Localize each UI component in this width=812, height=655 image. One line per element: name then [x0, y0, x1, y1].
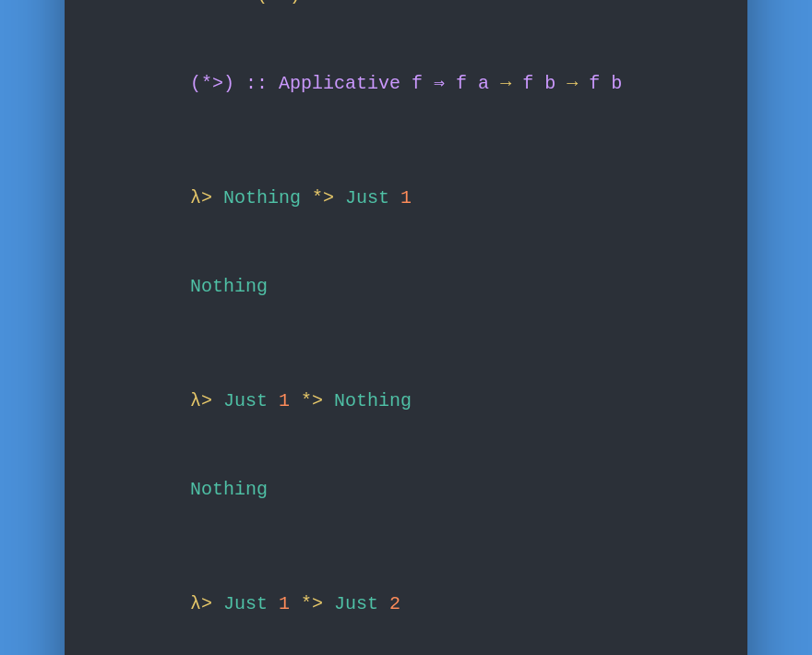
- type-signature: (*>) :: Applicative f: [190, 73, 434, 94]
- prompt-symbol-3: λ>: [190, 390, 212, 411]
- repl-output-3: Nothing: [102, 446, 710, 534]
- result-nothing-2: Nothing: [190, 479, 268, 500]
- operator-2: *>: [290, 390, 323, 411]
- result-nothing-1: Nothing: [190, 276, 268, 297]
- type-sig-cont: f a: [445, 73, 500, 94]
- just-1-keyword: Just: [334, 187, 400, 208]
- thin-arrow-1: →: [500, 73, 511, 94]
- prompt-symbol-2: λ>: [190, 187, 212, 208]
- terminal-window: λ> :t (*>) (*>) :: Applicative f ⇒ f a →…: [65, 0, 747, 655]
- operator-1: *>: [312, 187, 334, 208]
- just-keyword-4: Just: [323, 593, 389, 614]
- repl-input: λ> :t (*>): [102, 0, 710, 40]
- repl-block-just-nothing: λ> Just 1 *> Nothing Nothing: [102, 357, 710, 534]
- repl-input-2: λ> Nothing *> Just 1: [102, 154, 710, 243]
- number-1: 1: [400, 187, 412, 208]
- fat-arrow: ⇒: [434, 73, 445, 94]
- repl-output-4: Just 2: [102, 649, 710, 655]
- terminal-content: λ> :t (*>) (*>) :: Applicative f ⇒ f a →…: [65, 0, 747, 655]
- just-keyword-2: Just: [212, 390, 279, 411]
- number-3: 1: [279, 593, 290, 614]
- number-2: 1: [279, 390, 290, 411]
- repl-input-4: λ> Just 1 *> Just 2: [102, 560, 710, 649]
- nothing-keyword-2: Nothing: [323, 390, 412, 411]
- repl-block-just-just: λ> Just 1 *> Just 2 Just 2: [102, 560, 710, 655]
- prompt-symbol: λ>: [190, 0, 212, 6]
- nothing-keyword-1: Nothing: [212, 187, 312, 208]
- type-sig-cont3: f b: [578, 73, 622, 94]
- type-sig-cont2: f b: [511, 73, 567, 94]
- repl-output-2: Nothing: [102, 243, 710, 331]
- number-4: 2: [389, 593, 400, 614]
- repl-block-type: λ> :t (*>) (*>) :: Applicative f ⇒ f a →…: [102, 0, 710, 128]
- repl-input-3: λ> Just 1 *> Nothing: [102, 357, 710, 446]
- just-keyword-3: Just: [212, 593, 279, 614]
- prompt-symbol-4: λ>: [190, 593, 212, 614]
- repl-block-nothing-just: λ> Nothing *> Just 1 Nothing: [102, 154, 710, 331]
- type-command: :t (*>): [212, 0, 301, 6]
- repl-output-type: (*>) :: Applicative f ⇒ f a → f b → f b: [102, 40, 710, 128]
- thin-arrow-2: →: [567, 73, 578, 94]
- operator-3: *>: [290, 593, 323, 614]
